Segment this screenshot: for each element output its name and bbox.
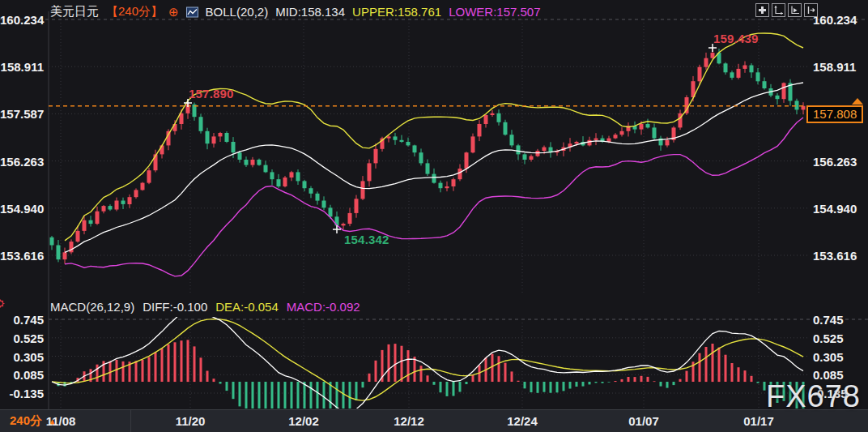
scale-in-icon[interactable] — [772, 3, 785, 17]
x-axis-date-label: 12/24 — [507, 414, 538, 428]
x-axis-date-label: 01/17 — [743, 414, 774, 428]
boll-upper-value: UPPER:158.761 — [352, 5, 441, 19]
macd-diff-value: DIFF:-0.100 — [143, 300, 207, 314]
y-axis-label-left: 0.525 — [0, 331, 44, 344]
period-tag[interactable]: 【240分】 — [106, 4, 163, 19]
y-axis-label-left: 0.745 — [0, 313, 44, 327]
y-axis-label-left: 160.234 — [0, 13, 44, 27]
symbol-name: 美元日元 — [50, 4, 99, 19]
scale-out-icon[interactable] — [788, 3, 802, 17]
y-axis-label-left: 0.085 — [0, 368, 44, 382]
gear-icon[interactable] — [0, 297, 6, 312]
boll-lower-value: LOWER:157.507 — [449, 5, 540, 19]
macd-dea-value: DEA:-0.054 — [215, 300, 279, 314]
y-axis-label-right: 0.305 — [813, 349, 866, 363]
y-axis-label-left: 157.587 — [0, 107, 44, 121]
x-axis-date-label: 01/07 — [628, 414, 659, 428]
macd-header: MACD(26,12,9) DIFF:-0.100 DEA:-0.054 MAC… — [50, 300, 360, 314]
y-axis-label-right: 0.745 — [813, 313, 866, 327]
y-axis-label-right: 160.234 — [813, 13, 866, 27]
macd-label: MACD(26,12,9) — [50, 300, 134, 314]
plus-circle-icon[interactable]: ⊕ — [168, 5, 179, 19]
y-axis-label-left: 158.911 — [0, 60, 44, 74]
y-axis-label-right: 158.911 — [813, 60, 866, 74]
time-axis-bar: 240分 ▲ 11/0811/2012/0212/1212/2401/0701/… — [0, 409, 868, 432]
indicator-chart-icon[interactable] — [186, 6, 198, 18]
watermark: FX678 — [766, 379, 861, 414]
x-axis-date-label: 11/20 — [176, 414, 206, 428]
low-price-annotation: 154.342 — [344, 233, 389, 246]
main-chart-header: 美元日元 【240分】 ⊕ BOLL(20,2) MID:158.134 UPP… — [50, 4, 541, 19]
chart-toolbar — [755, 3, 818, 17]
pan-icon[interactable] — [755, 3, 769, 17]
price-marker-icon — [852, 98, 863, 105]
macd-macd-value: MACD:-0.092 — [287, 300, 360, 314]
chart-window: 美元日元 【240分】 ⊕ BOLL(20,2) MID:158.134 UPP… — [0, 0, 868, 432]
chart-canvas[interactable] — [0, 0, 868, 432]
boll-mid-value: MID:158.134 — [275, 5, 345, 19]
period-selector-label: 240分 — [10, 413, 42, 429]
y-axis-label-right: 0.525 — [813, 331, 866, 344]
y-axis-label-left: -0.135 — [0, 387, 44, 400]
y-axis-label-right: 153.616 — [813, 249, 866, 263]
y-axis-label-left: 156.263 — [0, 154, 44, 168]
y-axis-label-right: 154.940 — [813, 201, 866, 215]
boll-label: BOLL(20,2) — [206, 5, 269, 19]
y-axis-label-left: 153.616 — [0, 249, 44, 263]
y-axis-label-right: 156.263 — [813, 154, 866, 168]
high-price-annotation: 159.439 — [713, 32, 759, 45]
y-axis-label-left: 154.940 — [0, 201, 44, 215]
high-price-annotation: 157.890 — [189, 87, 234, 101]
x-axis-date-label: 11/08 — [46, 414, 76, 428]
shift-right-icon[interactable] — [804, 3, 818, 17]
last-price-tag: 157.808 — [806, 105, 863, 123]
x-axis-date-label: 12/02 — [288, 414, 319, 428]
y-axis-label-left: 0.305 — [0, 349, 44, 363]
x-axis-date-label: 12/12 — [394, 414, 424, 428]
